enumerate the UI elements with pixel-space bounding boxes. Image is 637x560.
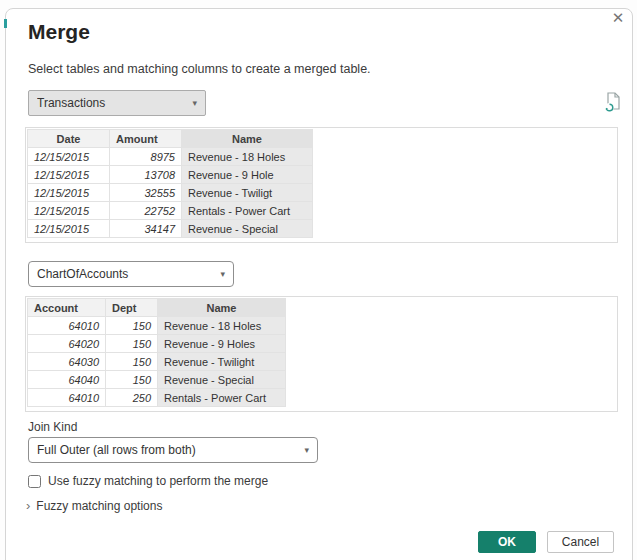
cancel-button[interactable]: Cancel — [547, 531, 614, 553]
table-cell[interactable]: 8975 — [110, 148, 182, 166]
table-cell[interactable]: 12/15/2015 — [28, 166, 110, 184]
fuzzy-options-label: Fuzzy matching options — [36, 499, 162, 513]
left-table-selector-value: Transactions — [37, 96, 186, 110]
table-header-row: Account Dept Name — [28, 299, 286, 317]
table-cell[interactable]: 150 — [106, 317, 158, 335]
table-row: 64010250Rentals - Power Cart — [28, 389, 286, 407]
chartofaccounts-table: Account Dept Name 64010150Revenue - 18 H… — [27, 298, 286, 407]
right-table-selector[interactable]: ChartOfAccounts ▾ — [28, 261, 234, 287]
dialog-title: Merge — [28, 20, 90, 44]
table-cell[interactable]: Rentals - Power Cart — [158, 389, 286, 407]
table-cell[interactable]: 64010 — [28, 389, 106, 407]
column-header-dept[interactable]: Dept — [106, 299, 158, 317]
transactions-table: Date Amount Name 12/15/20158975Revenue -… — [27, 129, 313, 238]
dialog-subtitle: Select tables and matching columns to cr… — [28, 62, 371, 76]
join-kind-dropdown[interactable]: Full Outer (all rows from both) ▾ — [28, 437, 318, 463]
column-header-name[interactable]: Name — [158, 299, 286, 317]
chevron-down-icon: ▾ — [192, 98, 197, 108]
table-cell[interactable]: 250 — [106, 389, 158, 407]
table-row: 64020150Revenue - 9 Holes — [28, 335, 286, 353]
table-cell[interactable]: 34147 — [110, 220, 182, 238]
table-row: 12/15/201532555Revenue - Twiligt — [28, 184, 313, 202]
table-cell[interactable]: 150 — [106, 353, 158, 371]
right-table-selector-value: ChartOfAccounts — [37, 267, 214, 281]
table-cell[interactable]: 150 — [106, 335, 158, 353]
table-cell[interactable]: Revenue - 18 Holes — [158, 317, 286, 335]
table-cell[interactable]: 150 — [106, 371, 158, 389]
table-cell[interactable]: Revenue - Special — [182, 220, 313, 238]
chevron-down-icon: ▾ — [220, 269, 225, 279]
table-row: 12/15/201522752Rentals - Power Cart — [28, 202, 313, 220]
table-row: 64010150Revenue - 18 Holes — [28, 317, 286, 335]
left-table-selector[interactable]: Transactions ▾ — [28, 90, 206, 116]
table-header-row: Date Amount Name — [28, 130, 313, 148]
table-cell[interactable]: Revenue - 18 Holes — [182, 148, 313, 166]
close-icon[interactable]: ✕ — [608, 8, 628, 28]
join-kind-label: Join Kind — [28, 420, 77, 434]
table-cell[interactable]: Revenue - 9 Hole — [182, 166, 313, 184]
table-row: 12/15/201534147Revenue - Special — [28, 220, 313, 238]
fuzzy-matching-row: Use fuzzy matching to perform the merge — [28, 474, 268, 488]
fuzzy-options-expander[interactable]: › Fuzzy matching options — [26, 499, 162, 513]
fuzzy-matching-label: Use fuzzy matching to perform the merge — [48, 474, 268, 488]
chevron-down-icon: ▾ — [304, 445, 309, 455]
table-cell[interactable]: 64040 — [28, 371, 106, 389]
table-cell[interactable]: 12/15/2015 — [28, 148, 110, 166]
table-cell[interactable]: 13708 — [110, 166, 182, 184]
table-row: 12/15/20158975Revenue - 18 Holes — [28, 148, 313, 166]
table-cell[interactable]: 64020 — [28, 335, 106, 353]
dialog-edge-tick — [4, 19, 7, 28]
fuzzy-matching-checkbox[interactable] — [28, 475, 41, 488]
table-row: 12/15/201513708Revenue - 9 Hole — [28, 166, 313, 184]
ok-button[interactable]: OK — [478, 531, 536, 553]
table-cell[interactable]: Revenue - Special — [158, 371, 286, 389]
chevron-right-icon: › — [26, 500, 30, 512]
table-cell[interactable]: Revenue - 9 Holes — [158, 335, 286, 353]
join-kind-value: Full Outer (all rows from both) — [37, 443, 298, 457]
column-header-name[interactable]: Name — [182, 130, 313, 148]
table-cell[interactable]: 12/15/2015 — [28, 202, 110, 220]
right-table-preview: Account Dept Name 64010150Revenue - 18 H… — [25, 296, 618, 412]
table-cell[interactable]: Revenue - Twiligt — [182, 184, 313, 202]
column-header-amount[interactable]: Amount — [110, 130, 182, 148]
table-cell[interactable]: Rentals - Power Cart — [182, 202, 313, 220]
table-cell[interactable]: 22752 — [110, 202, 182, 220]
table-cell[interactable]: 64030 — [28, 353, 106, 371]
table-cell[interactable]: 32555 — [110, 184, 182, 202]
table-cell[interactable]: 64010 — [28, 317, 106, 335]
table-row: 64030150Revenue - Twilight — [28, 353, 286, 371]
column-header-date[interactable]: Date — [28, 130, 110, 148]
refresh-preview-icon[interactable] — [603, 91, 623, 113]
table-cell[interactable]: 12/15/2015 — [28, 220, 110, 238]
left-table-preview: Date Amount Name 12/15/20158975Revenue -… — [25, 127, 618, 243]
table-row: 64040150Revenue - Special — [28, 371, 286, 389]
table-cell[interactable]: Revenue - Twilight — [158, 353, 286, 371]
table-cell[interactable]: 12/15/2015 — [28, 184, 110, 202]
column-header-account[interactable]: Account — [28, 299, 106, 317]
